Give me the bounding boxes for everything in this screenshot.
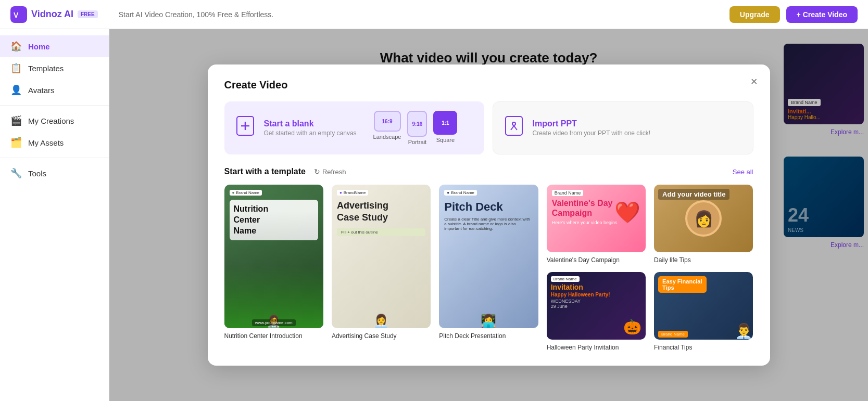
sidebar-my-creations-label: My Creations xyxy=(28,117,74,125)
template-thumb-daily: Add your video title 👩 xyxy=(654,185,753,252)
template-grid: Brand Name Valentine's DayCampaign Here'… xyxy=(224,185,753,351)
import-ppt-icon xyxy=(504,115,524,140)
sidebar-item-my-creations[interactable]: 🎬 My Creations xyxy=(0,110,109,132)
template-card-halloween[interactable]: Brand Name Invitation Happy Halloween Pa… xyxy=(547,272,646,351)
template-name-nutrition: Nutrition Center Introduction xyxy=(224,332,323,340)
format-icons: 16:9 Landscape 9:16 Portrait 1:1 Square xyxy=(373,111,458,145)
svg-rect-0 xyxy=(10,6,27,23)
logo-icon: V xyxy=(10,6,27,23)
landscape-label: Landscape xyxy=(373,134,401,140)
template-card-daily[interactable]: Add your video title 👩 Daily life Tips xyxy=(654,185,753,264)
avatars-icon: 👤 xyxy=(10,84,22,96)
import-ppt-option[interactable]: Import PPT Create video from your PPT wi… xyxy=(493,101,753,154)
start-blank-option[interactable]: Start a blank Get started with an empty … xyxy=(224,101,484,154)
sidebar-item-templates[interactable]: 📋 Templates xyxy=(0,57,109,79)
blank-option-title: Start a blank xyxy=(264,119,357,128)
landscape-icon-box: 16:9 xyxy=(374,111,401,132)
square-icon-box: 1:1 xyxy=(433,111,457,135)
sidebar-item-avatars[interactable]: 👤 Avatars xyxy=(0,79,109,101)
blank-option-desc: Get started with an empty canvas xyxy=(264,130,357,137)
sidebar-home-label: Home xyxy=(28,42,50,51)
tools-icon: 🔧 xyxy=(10,167,22,179)
modal-overlay[interactable]: Create Video × Start a blank Get started… xyxy=(109,29,868,401)
portrait-label: Portrait xyxy=(408,139,426,145)
svg-text:V: V xyxy=(14,11,19,19)
sidebar: 🏠 Home 📋 Templates 👤 Avatars 🎬 My Creati… xyxy=(0,29,109,401)
square-label: Square xyxy=(436,137,455,143)
template-name-valentine: Valentine's Day Campaign xyxy=(547,256,646,264)
template-thumb-pitch: ● Brand Name Pitch Deck Create a clear T… xyxy=(439,185,538,328)
template-name-pitch: Pitch Deck Presentation xyxy=(439,332,538,340)
sidebar-avatars-label: Avatars xyxy=(28,86,55,95)
template-name-advertising: Advertising Case Study xyxy=(332,332,431,340)
topbar: V Vidnoz AI FREE Start AI Video Creation… xyxy=(0,0,868,29)
sidebar-item-my-assets[interactable]: 🗂️ My Assets xyxy=(0,132,109,153)
template-thumb-nutrition: ● Brand Name NutritionCenterName 👩‍⚕️ ww… xyxy=(224,185,323,328)
template-section-title: Start with a template xyxy=(224,167,306,176)
my-assets-icon: 🗂️ xyxy=(10,137,22,148)
sidebar-item-home[interactable]: 🏠 Home xyxy=(0,35,109,57)
template-thumb-valentine: Brand Name Valentine's DayCampaign Here'… xyxy=(547,185,646,252)
create-options-row: Start a blank Get started with an empty … xyxy=(224,101,753,154)
import-ppt-title: Import PPT xyxy=(533,119,651,128)
sidebar-item-tools[interactable]: 🔧 Tools xyxy=(0,162,109,184)
templates-icon: 📋 xyxy=(10,62,22,74)
template-card-valentine[interactable]: Brand Name Valentine's DayCampaign Here'… xyxy=(547,185,646,264)
upgrade-button[interactable]: Upgrade xyxy=(729,6,780,23)
template-thumb-advertising: ● BrandName AdvertisingCase Study Fill +… xyxy=(332,185,431,328)
home-icon: 🏠 xyxy=(10,41,22,52)
template-thumb-financial: Easy FinancialTips 👨‍💼 Brand Name xyxy=(654,272,753,340)
refresh-label: Refresh xyxy=(322,168,346,176)
sidebar-templates-label: Templates xyxy=(28,64,64,73)
modal-title: Create Video xyxy=(224,79,753,91)
free-badge: FREE xyxy=(78,10,98,18)
template-name-halloween: Halloween Party Invitation xyxy=(547,344,646,351)
template-card-advertising[interactable]: ● BrandName AdvertisingCase Study Fill +… xyxy=(332,185,431,351)
svg-point-6 xyxy=(512,122,515,125)
format-portrait[interactable]: 9:16 Portrait xyxy=(407,111,427,145)
app-name: Vidnoz AI xyxy=(31,9,73,20)
format-square[interactable]: 1:1 Square xyxy=(433,111,457,145)
sidebar-my-assets-label: My Assets xyxy=(28,138,64,147)
import-ppt-desc: Create video from your PPT with one clic… xyxy=(533,130,651,137)
portrait-icon-box: 9:16 xyxy=(407,111,427,137)
template-name-financial: Financial Tips xyxy=(654,344,753,351)
refresh-icon: ↻ xyxy=(314,167,320,176)
format-landscape[interactable]: 16:9 Landscape xyxy=(373,111,401,145)
blank-option-text: Start a blank Get started with an empty … xyxy=(264,119,357,137)
my-creations-icon: 🎬 xyxy=(10,115,22,126)
template-header-left: Start with a template ↻ Refresh xyxy=(224,167,346,176)
template-name-daily: Daily life Tips xyxy=(654,256,753,264)
modal-close-button[interactable]: × xyxy=(751,75,758,88)
see-all-button[interactable]: See all xyxy=(733,168,753,176)
template-section-header: Start with a template ↻ Refresh See all xyxy=(224,167,753,176)
sidebar-tools-label: Tools xyxy=(28,169,46,178)
template-card-pitch[interactable]: ● Brand Name Pitch Deck Create a clear T… xyxy=(439,185,538,351)
template-thumb-halloween: Brand Name Invitation Happy Halloween Pa… xyxy=(547,272,646,340)
template-card-financial[interactable]: Easy FinancialTips 👨‍💼 Brand Name Financ… xyxy=(654,272,753,351)
modal: Create Video × Start a blank Get started… xyxy=(208,64,770,366)
refresh-button[interactable]: ↻ Refresh xyxy=(314,167,346,176)
topbar-subtitle: Start AI Video Creation, 100% Free & Eff… xyxy=(119,10,729,19)
template-card-nutrition[interactable]: ● Brand Name NutritionCenterName 👩‍⚕️ ww… xyxy=(224,185,323,351)
blank-icon xyxy=(235,115,256,140)
import-ppt-text: Import PPT Create video from your PPT wi… xyxy=(533,119,651,137)
create-video-button[interactable]: + Create Video xyxy=(786,6,858,23)
logo-area: V Vidnoz AI FREE xyxy=(10,6,98,23)
